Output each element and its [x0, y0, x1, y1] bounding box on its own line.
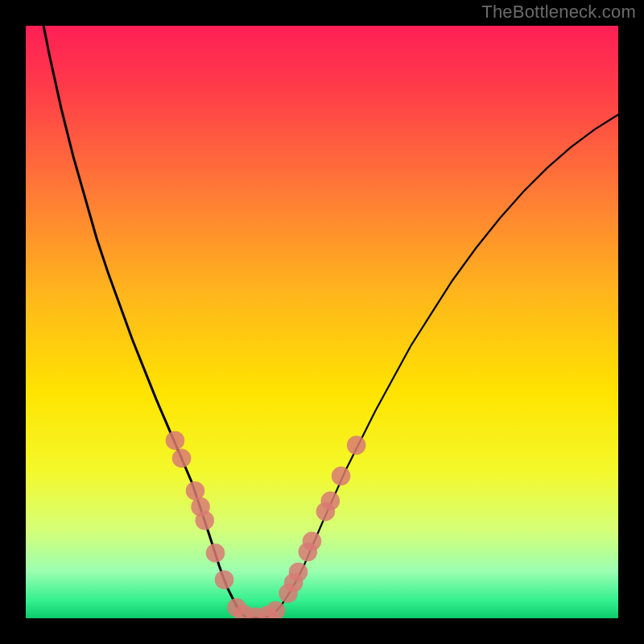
curve-layer — [26, 26, 618, 618]
data-marker — [215, 570, 234, 589]
data-marker — [289, 563, 308, 582]
data-marker — [166, 431, 185, 450]
outer-frame: TheBottleneck.com — [0, 0, 644, 644]
data-marker — [332, 467, 351, 486]
data-marker — [303, 532, 322, 551]
data-marker — [347, 436, 366, 455]
marker-group — [166, 431, 366, 618]
watermark-text: TheBottleneck.com — [481, 2, 636, 23]
data-marker — [195, 511, 214, 530]
data-marker — [172, 449, 192, 469]
data-marker — [206, 543, 225, 563]
plot-area — [26, 26, 618, 618]
curve-right-branch — [240, 114, 618, 617]
data-marker — [321, 491, 341, 510]
